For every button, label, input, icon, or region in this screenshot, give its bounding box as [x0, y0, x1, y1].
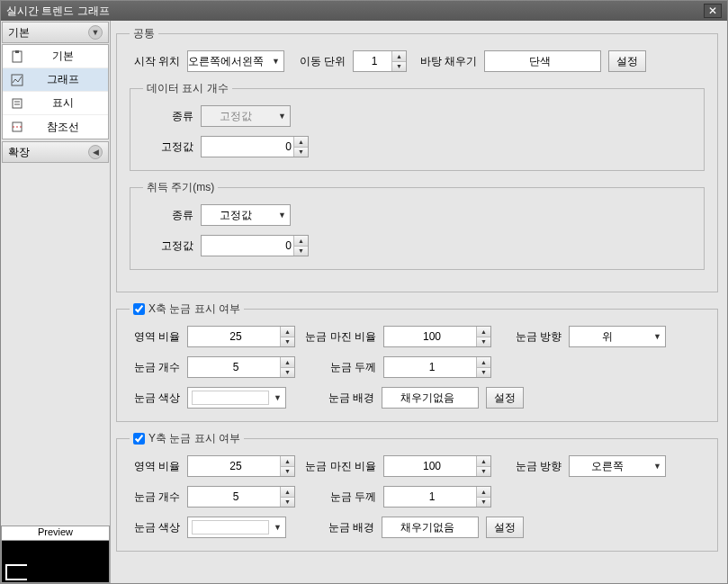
- sidebar-section-expand-label: 확장: [8, 145, 30, 160]
- preview-panel: Preview: [1, 526, 110, 583]
- window-title: 실시간 트렌드 그래프: [6, 4, 110, 19]
- x-color-combo[interactable]: ▼: [187, 387, 286, 409]
- group-common: 공통 시작 위치 오른쪽에서왼쪽 ▼ 이동 단위 1 ▲▼ 바탕 채우기 단색: [116, 26, 718, 292]
- y-count-value: 5: [193, 490, 278, 503]
- y-bg-value: 채우기없음: [400, 520, 454, 535]
- chevron-down-icon: ▼: [653, 462, 661, 471]
- sidebar: 기본 ▼ 기본 그래프: [1, 21, 111, 583]
- spinner-buttons[interactable]: ▲▼: [476, 487, 490, 507]
- sidebar-item-graph[interactable]: 그래프: [3, 68, 108, 92]
- y-dir-label: 눈금 방향: [499, 459, 562, 474]
- preview-label: Preview: [2, 526, 109, 541]
- x-area-ratio-spinner[interactable]: 25 ▲▼: [187, 326, 295, 347]
- chevron-down-icon: ▼: [272, 57, 280, 66]
- dc-fixed-label: 고정값: [143, 139, 193, 155]
- y-thick-spinner[interactable]: 1 ▲▼: [383, 486, 491, 508]
- x-margin-spinner[interactable]: 100 ▲▼: [383, 326, 491, 347]
- x-margin-value: 100: [390, 330, 474, 343]
- spinner-buttons[interactable]: ▲▼: [476, 327, 490, 346]
- preview-canvas: [2, 541, 109, 582]
- chevron-left-icon: ◀: [88, 145, 103, 159]
- display-icon: [10, 96, 24, 111]
- y-bg-label: 눈금 배경: [293, 520, 374, 535]
- y-count-spinner[interactable]: 5 ▲▼: [187, 486, 295, 508]
- x-bg-setting-button[interactable]: 설정: [486, 387, 524, 409]
- x-dir-label: 눈금 방향: [499, 329, 562, 345]
- bg-fill-setting-button[interactable]: 설정: [608, 50, 646, 72]
- sidebar-item-reference[interactable]: 참조선: [3, 115, 108, 139]
- sidebar-item-label: 참조선: [33, 120, 108, 135]
- start-pos-label: 시작 위치: [130, 54, 180, 69]
- y-thick-label: 눈금 두께: [302, 490, 376, 505]
- start-pos-combo[interactable]: 오른쪽에서왼쪽 ▼: [187, 50, 284, 72]
- dc-fixed-spinner[interactable]: 0 ▲▼: [201, 136, 309, 157]
- reference-line-icon: [10, 120, 24, 134]
- group-xaxis: X축 눈금 표시 여부 영역 비율 25 ▲▼ 눈금 마진 비율 100 ▲▼ …: [116, 301, 718, 422]
- x-margin-label: 눈금 마진 비율: [302, 329, 376, 345]
- y-bg-field[interactable]: 채우기없음: [382, 517, 479, 538]
- bg-fill-field[interactable]: 단색: [484, 50, 601, 72]
- x-dir-combo[interactable]: 위 ▼: [569, 326, 666, 347]
- ac-type-combo[interactable]: 고정값 ▼: [201, 204, 291, 226]
- sidebar-section-basic[interactable]: 기본 ▼: [2, 22, 109, 43]
- sidebar-item-label: 표시: [33, 95, 108, 111]
- dc-type-label: 종류: [143, 109, 193, 124]
- graph-icon: [10, 73, 24, 87]
- sidebar-section-expand[interactable]: 확장 ◀: [2, 141, 109, 163]
- spinner-buttons[interactable]: ▲▼: [476, 456, 490, 476]
- ac-type-value: 고정값: [220, 208, 252, 223]
- x-area-ratio-value: 25: [193, 330, 278, 343]
- x-bg-field[interactable]: 채우기없음: [382, 387, 479, 409]
- spinner-buttons[interactable]: ▲▼: [476, 357, 490, 377]
- titlebar[interactable]: 실시간 트렌드 그래프 ✕: [1, 1, 727, 21]
- chevron-down-icon: ▼: [274, 393, 282, 402]
- dc-type-combo[interactable]: 고정값 ▼: [201, 105, 291, 127]
- sidebar-item-label: 그래프: [33, 72, 108, 87]
- dc-fixed-value: 0: [207, 140, 292, 153]
- move-unit-spinner[interactable]: 1 ▲▼: [353, 50, 407, 72]
- group-xaxis-legend: X축 눈금 표시 여부: [130, 301, 244, 317]
- bg-fill-label: 바탕 채우기: [414, 54, 477, 69]
- x-bg-label: 눈금 배경: [293, 391, 374, 406]
- y-margin-spinner[interactable]: 100 ▲▼: [383, 455, 491, 477]
- sidebar-section-basic-label: 기본: [8, 25, 30, 40]
- x-count-spinner[interactable]: 5 ▲▼: [187, 356, 295, 378]
- sidebar-nav: 기본 그래프 표시 참: [2, 44, 109, 139]
- sidebar-item-basic[interactable]: 기본: [3, 45, 108, 68]
- close-button[interactable]: ✕: [704, 4, 722, 18]
- y-area-ratio-spinner[interactable]: 25 ▲▼: [187, 455, 295, 477]
- group-common-legend: 공통: [130, 26, 158, 41]
- spinner-buttons[interactable]: ▲▼: [280, 357, 294, 377]
- x-color-label: 눈금 색상: [130, 391, 180, 406]
- spinner-buttons[interactable]: ▲▼: [280, 327, 294, 346]
- x-count-value: 5: [193, 361, 278, 373]
- y-bg-setting-button[interactable]: 설정: [486, 517, 524, 538]
- chevron-down-icon: ▼: [278, 211, 286, 220]
- dc-type-value: 고정값: [220, 109, 252, 124]
- spinner-buttons[interactable]: ▲▼: [280, 487, 294, 507]
- ac-fixed-spinner[interactable]: 0 ▲▼: [201, 235, 309, 256]
- y-dir-combo[interactable]: 오른쪽 ▼: [569, 455, 666, 477]
- svg-rect-1: [15, 50, 19, 53]
- x-thick-spinner[interactable]: 1 ▲▼: [383, 356, 491, 378]
- y-color-combo[interactable]: ▼: [187, 517, 286, 538]
- sidebar-item-display[interactable]: 표시: [3, 92, 108, 115]
- y-color-label: 눈금 색상: [130, 520, 180, 535]
- sidebar-item-label: 기본: [33, 49, 108, 64]
- spinner-buttons[interactable]: ▲▼: [293, 137, 308, 157]
- chevron-down-icon: ▼: [274, 523, 282, 532]
- ac-type-label: 종류: [143, 208, 193, 223]
- x-bg-value: 채우기없음: [400, 391, 454, 406]
- xaxis-enable-checkbox[interactable]: [133, 303, 145, 315]
- yaxis-enable-checkbox[interactable]: [133, 433, 145, 445]
- spinner-buttons[interactable]: ▲▼: [280, 456, 294, 476]
- group-data-count: 데이터 표시 개수 종류 고정값 ▼ 고정값 0 ▲▼: [130, 81, 705, 171]
- spinner-buttons[interactable]: ▲▼: [293, 236, 308, 256]
- spinner-buttons[interactable]: ▲▼: [391, 51, 406, 71]
- x-area-ratio-label: 영역 비율: [130, 329, 180, 345]
- y-margin-label: 눈금 마진 비율: [302, 459, 376, 474]
- dialog-window: 실시간 트렌드 그래프 ✕ 기본 ▼ 기본 그래프: [0, 0, 728, 584]
- bg-fill-value: 단색: [529, 54, 551, 69]
- dialog-body: 기본 ▼ 기본 그래프: [1, 21, 727, 583]
- group-data-count-legend: 데이터 표시 개수: [143, 81, 232, 96]
